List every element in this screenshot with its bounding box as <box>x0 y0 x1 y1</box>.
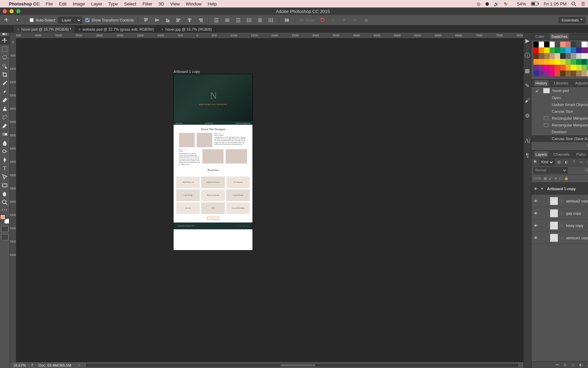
swatch[interactable] <box>560 53 566 59</box>
swatch[interactable] <box>587 42 588 47</box>
paragraph-panel-icon[interactable]: ¶ <box>524 152 531 159</box>
move-tool[interactable] <box>0 36 10 45</box>
creative-cloud-icon[interactable]: ◎ <box>477 1 480 6</box>
menu-3d[interactable]: 3D <box>159 1 164 6</box>
auto-select-checkbox[interactable] <box>30 18 34 22</box>
blend-mode[interactable]: Normal <box>534 167 568 173</box>
history-brush-tool[interactable] <box>0 113 10 121</box>
horizontal-ruler[interactable]: 5004000350030002500200015001000500050010… <box>10 33 523 38</box>
layer-mask-icon[interactable]: ◻ <box>571 363 574 367</box>
swatch[interactable] <box>539 71 544 76</box>
options-icon[interactable]: ⚙ <box>524 112 531 119</box>
status-chevron-icon[interactable] <box>77 364 80 366</box>
swatch[interactable] <box>566 59 571 65</box>
eyedropper-tool[interactable] <box>0 79 10 87</box>
swatch[interactable] <box>539 42 544 47</box>
tab-hover-jpg[interactable]: ×hover.jpg @ 16.7% (RGB/8) <box>158 26 216 33</box>
layer-row[interactable]: 👁⬚serious2 copy <box>532 195 588 207</box>
history-step[interactable]: Rectangular Marquee <box>532 122 588 128</box>
screen-mode-toggle[interactable] <box>1 234 9 240</box>
swatch[interactable] <box>582 47 587 53</box>
blur-tool[interactable] <box>0 138 10 147</box>
swatch[interactable] <box>544 42 550 47</box>
filter-pixel-icon[interactable]: ▧ <box>556 160 562 164</box>
visibility-toggle-icon[interactable]: 👁 <box>534 224 538 228</box>
zoom-window-button[interactable] <box>16 9 20 13</box>
show-transform-checkbox[interactable] <box>85 18 89 22</box>
swatch[interactable] <box>587 59 588 65</box>
character-panel-icon[interactable]: A| <box>524 137 531 144</box>
battery-icon[interactable] <box>531 2 539 6</box>
lock-transparency-icon[interactable]: ▩ <box>544 177 547 180</box>
layer-filter-kind[interactable]: Kind <box>540 159 554 165</box>
close-icon[interactable]: × <box>17 27 19 31</box>
path-tool[interactable] <box>0 172 10 181</box>
swatch[interactable] <box>566 53 571 59</box>
menu-select[interactable]: Select <box>124 1 136 6</box>
distribute-hcenter-icon[interactable] <box>256 16 264 24</box>
swatch[interactable] <box>582 65 587 71</box>
layer-style-icon[interactable]: fx <box>564 363 567 367</box>
distribute-bottom-icon[interactable] <box>234 16 242 24</box>
lock-position-icon[interactable]: ✥ <box>554 177 557 180</box>
adjustment-layer-icon[interactable]: ◐ <box>579 363 583 367</box>
crop-tool[interactable] <box>0 70 10 79</box>
swatch[interactable] <box>582 42 587 47</box>
swatch[interactable] <box>566 71 571 76</box>
play-icon[interactable]: ▶ <box>524 37 531 44</box>
swatch[interactable] <box>544 53 550 59</box>
swatch[interactable] <box>571 65 576 71</box>
distribute-vcenter-icon[interactable] <box>224 16 231 24</box>
swatch[interactable] <box>571 42 576 47</box>
menu-type[interactable]: Type <box>108 1 118 6</box>
swatch[interactable] <box>560 59 566 65</box>
swatch[interactable] <box>582 59 587 65</box>
tab-color[interactable]: Color <box>534 33 546 40</box>
align-top-icon[interactable] <box>142 16 150 24</box>
visibility-toggle-icon[interactable]: 👁 <box>534 187 538 191</box>
swatch[interactable] <box>571 53 576 59</box>
align-right-icon[interactable] <box>197 16 204 24</box>
swatch[interactable] <box>544 71 550 76</box>
menu-file[interactable]: File <box>46 1 53 6</box>
swatch[interactable] <box>560 71 566 76</box>
swatch[interactable] <box>555 71 560 76</box>
filter-adjust-icon[interactable]: ◐ <box>564 160 569 164</box>
type-tool[interactable]: T <box>0 164 10 172</box>
swatch[interactable] <box>544 59 550 65</box>
swatch[interactable] <box>566 42 571 47</box>
swatch[interactable] <box>544 65 550 71</box>
visibility-toggle-icon[interactable]: 👁 <box>534 211 538 215</box>
filter-shape-icon[interactable]: ▭ <box>579 160 584 164</box>
horizontal-scrollbar[interactable] <box>86 364 518 367</box>
swatch[interactable] <box>550 65 555 71</box>
auto-select-target[interactable]: Layer <box>58 17 82 24</box>
swatch[interactable] <box>560 47 566 53</box>
move-tool-icon[interactable] <box>3 16 10 24</box>
swatch[interactable] <box>576 59 582 65</box>
visibility-toggle-icon[interactable]: 👁 <box>534 236 538 240</box>
swatch[interactable] <box>550 42 555 47</box>
distribute-left-icon[interactable] <box>245 16 253 24</box>
clone-tool[interactable] <box>0 104 10 113</box>
menu-image[interactable]: Image <box>73 1 85 6</box>
swatch[interactable] <box>566 47 571 53</box>
swatch[interactable] <box>571 47 576 53</box>
swatch[interactable] <box>534 42 539 47</box>
history-step[interactable]: Canvas Size <box>532 108 588 115</box>
gradient-tool[interactable] <box>0 130 10 138</box>
close-icon[interactable]: × <box>161 27 163 31</box>
pen-tool[interactable] <box>0 155 10 164</box>
menu-window[interactable]: Window <box>186 1 201 6</box>
quick-select-tool[interactable] <box>0 62 10 70</box>
artboard[interactable]: N graphic design • sass • entertainment … <box>174 74 252 250</box>
zoom-tool[interactable] <box>0 198 10 206</box>
layer-row[interactable]: 👁⬚serious1 copy <box>532 232 588 244</box>
lock-artboard-icon[interactable]: ▢ <box>559 177 562 180</box>
notification-center-icon[interactable]: ☰ <box>581 1 585 6</box>
swatch[interactable] <box>539 53 544 59</box>
swatch[interactable] <box>576 47 582 53</box>
swatch[interactable] <box>544 47 550 53</box>
align-hcenter-icon[interactable] <box>186 16 193 24</box>
lock-all-icon[interactable]: 🔒 <box>564 177 568 180</box>
